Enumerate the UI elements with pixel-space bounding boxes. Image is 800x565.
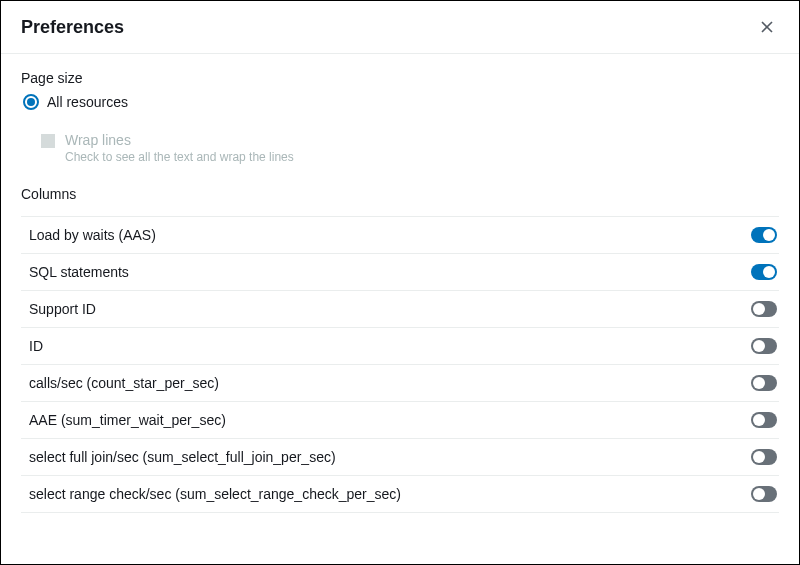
toggle-knob (753, 414, 765, 426)
radio-label: All resources (47, 94, 128, 110)
column-row: SQL statements (21, 254, 779, 291)
column-label: calls/sec (count_star_per_sec) (29, 375, 219, 391)
checkbox-icon (41, 134, 55, 148)
column-row: AAE (sum_timer_wait_per_sec) (21, 402, 779, 439)
toggle-knob (753, 340, 765, 352)
page-size-option-all[interactable]: All resources (23, 94, 779, 110)
toggle-load-by-waits[interactable] (751, 227, 777, 243)
radio-icon (23, 94, 39, 110)
toggle-id[interactable] (751, 338, 777, 354)
preferences-modal: Preferences Page size All resources Wrap… (0, 0, 800, 565)
column-row: select range check/sec (sum_select_range… (21, 476, 779, 513)
toggle-knob (763, 229, 775, 241)
column-row: ID (21, 328, 779, 365)
column-label: select full join/sec (sum_select_full_jo… (29, 449, 336, 465)
close-icon (759, 19, 775, 35)
column-row: Support ID (21, 291, 779, 328)
column-label: AAE (sum_timer_wait_per_sec) (29, 412, 226, 428)
column-row: select full join/sec (sum_select_full_jo… (21, 439, 779, 476)
wrap-lines-label: Wrap lines (65, 132, 294, 148)
toggle-knob (753, 303, 765, 315)
toggle-select-full-join[interactable] (751, 449, 777, 465)
toggle-select-range-check[interactable] (751, 486, 777, 502)
toggle-knob (753, 377, 765, 389)
column-label: SQL statements (29, 264, 129, 280)
toggle-knob (753, 488, 765, 500)
column-label: ID (29, 338, 43, 354)
modal-header: Preferences (1, 1, 799, 54)
toggle-knob (753, 451, 765, 463)
wrap-lines-description: Check to see all the text and wrap the l… (65, 150, 294, 164)
column-label: Support ID (29, 301, 96, 317)
modal-body: Page size All resources Wrap lines Check… (1, 54, 799, 564)
toggle-aae[interactable] (751, 412, 777, 428)
toggle-calls-per-sec[interactable] (751, 375, 777, 391)
wrap-lines-option: Wrap lines Check to see all the text and… (41, 132, 779, 164)
wrap-lines-text: Wrap lines Check to see all the text and… (65, 132, 294, 164)
toggle-sql-statements[interactable] (751, 264, 777, 280)
column-row: calls/sec (count_star_per_sec) (21, 365, 779, 402)
toggle-knob (763, 266, 775, 278)
column-label: Load by waits (AAS) (29, 227, 156, 243)
toggle-support-id[interactable] (751, 301, 777, 317)
column-row: Load by waits (AAS) (21, 217, 779, 254)
columns-list: Load by waits (AAS) SQL statements Suppo… (21, 216, 779, 513)
modal-title: Preferences (21, 17, 124, 38)
columns-label: Columns (21, 186, 779, 202)
page-size-label: Page size (21, 70, 779, 86)
column-label: select range check/sec (sum_select_range… (29, 486, 401, 502)
close-button[interactable] (755, 15, 779, 39)
